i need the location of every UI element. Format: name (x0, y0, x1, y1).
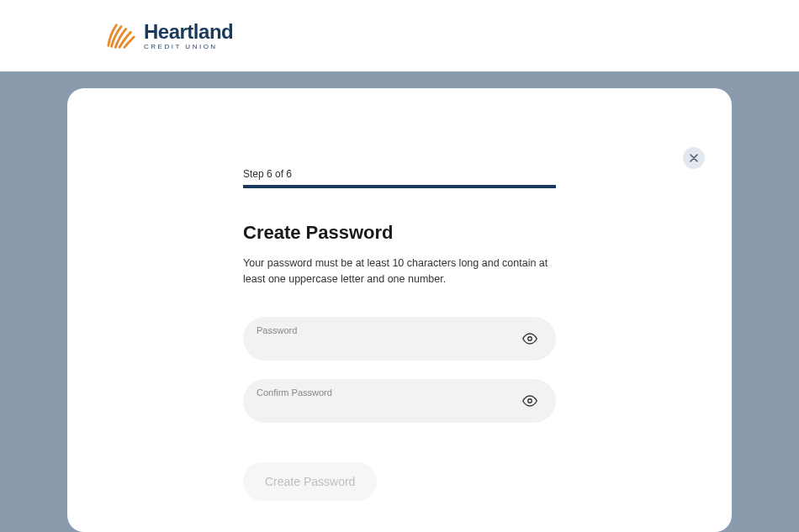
close-icon (690, 154, 698, 162)
svg-point-0 (528, 336, 532, 340)
heartland-logo-icon (105, 20, 137, 52)
toggle-password-visibility[interactable] (519, 328, 541, 350)
brand-logo: Heartland CREDIT UNION (105, 20, 233, 52)
card: Step 6 of 6 Create Password Your passwor… (67, 88, 732, 532)
progress-bar (243, 185, 556, 188)
toggle-confirm-visibility[interactable] (519, 390, 541, 412)
brand-name: Heartland (144, 22, 233, 42)
svg-point-1 (528, 398, 532, 403)
create-password-button[interactable]: Create Password (243, 462, 377, 501)
brand-text: Heartland CREDIT UNION (144, 22, 233, 50)
close-button[interactable] (683, 147, 705, 169)
form-container: Step 6 of 6 Create Password Your passwor… (243, 168, 556, 501)
eye-icon (522, 331, 537, 346)
password-requirements: Your password must be at least 10 charac… (243, 255, 556, 287)
password-group: Password (243, 317, 556, 361)
confirm-password-input[interactable] (243, 379, 556, 423)
content-area: Step 6 of 6 Create Password Your passwor… (0, 71, 799, 532)
confirm-password-group: Confirm Password (243, 379, 556, 423)
eye-icon (522, 393, 537, 408)
header-bar: Heartland CREDIT UNION (0, 0, 799, 71)
brand-tagline: CREDIT UNION (144, 44, 233, 50)
page-title: Create Password (243, 222, 556, 244)
step-indicator: Step 6 of 6 (243, 168, 556, 180)
password-input[interactable] (243, 317, 556, 361)
